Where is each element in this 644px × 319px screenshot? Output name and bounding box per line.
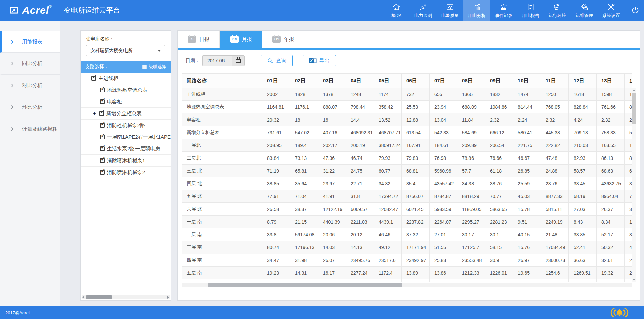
value-cell: 40.15 [513,228,541,241]
scroll-left-arrow-icon[interactable] [82,295,84,299]
tree-item[interactable]: 消防栓机械泵2路 [81,120,171,131]
nav-item-energy-report[interactable]: 用电报告 [517,0,544,21]
checkbox-checked-icon[interactable] [91,76,96,81]
scroll-up-arrow-icon[interactable] [632,88,636,92]
panel-horizontal-scrollbar[interactable] [82,295,170,299]
sidebar-item-yoy-analysis[interactable]: 同比分析 [0,53,60,75]
table-vertical-scrollbar[interactable] [632,88,636,282]
nav-item-power-monitoring[interactable]: 电力监测 [410,0,437,21]
column-header: 05日 [374,74,402,88]
table-row: 六层 北26.5838.3712122.196069.5712082.47602… [182,203,632,216]
nav-item-power-quality[interactable]: 电能质量 [437,0,463,21]
value-cell: 82.93 [569,152,597,165]
checkbox-checked-icon[interactable] [100,135,105,139]
date-input[interactable]: 2017-06 [202,55,232,66]
value-cell-clipped: 1 [625,216,632,228]
checkbox-checked-icon[interactable] [100,170,105,175]
station-select[interactable]: 安科瑞新大楼变电所 [86,45,165,56]
checkbox-checked-icon[interactable] [100,146,105,151]
calendar-button[interactable] [232,55,245,66]
value-cell: 15.78 [513,203,541,216]
tree-item[interactable]: 一层南1APE2右一层北1APE1左 [81,131,171,143]
value-cell: 78.21 [541,279,569,282]
checkbox-checked-icon[interactable] [99,111,104,116]
tree-item[interactable]: 消防喷淋机械泵2 [81,167,171,178]
value-cell: 47.48 [541,152,569,165]
tree-item[interactable]: 地源热泵空调总表 [81,84,171,96]
table-row: 二层北83.8473.1347.3646.7479.9379.8376.9878… [182,152,632,165]
nav-item-label: 用电报告 [522,13,539,19]
tab-daily[interactable]: +1d日报 [178,31,220,48]
chevron-right-icon [10,105,15,110]
tab-yearly[interactable]: +1Y年报 [262,31,304,48]
checkbox-checked-icon[interactable] [100,88,105,92]
scroll-down-arrow-icon[interactable] [632,277,636,282]
sidebar-item-label: 环比分析 [22,104,42,110]
checkbox-checked-icon[interactable] [100,99,105,104]
value-cell: 380917.24 [374,139,402,152]
tree-item[interactable]: 生活水泵2路一层弱电房 [81,143,171,155]
report-card: +1d日报+1M月报+1Y年报 日期： 2017-06 查询 X [177,30,640,301]
home-icon [392,2,401,12]
value-cell: 407.16 [318,126,346,139]
nav-item-ops-management[interactable]: 运维管理 [571,0,598,21]
value-cell: 814.44 [513,101,541,113]
nav-item-environment[interactable]: 运行环境 [544,0,571,21]
scroll-right-arrow-icon[interactable] [167,295,169,299]
power-button[interactable] [631,0,640,21]
excel-icon: X [309,57,317,64]
tree-item[interactable]: +新增分立柜总表 [81,108,171,120]
scrollbar-thumb[interactable] [208,283,402,287]
checkbox-checked-icon[interactable] [100,123,105,128]
tree-item-label: 消防喷淋机械泵1 [107,157,145,164]
table-row: 地源热泵空调总表1164.811176.1888.07798.44358.422… [182,101,632,113]
table-horizontal-scrollbar[interactable] [182,283,632,287]
value-cell: 34.32 [374,177,402,190]
nav-item-overview[interactable]: 概 况 [383,0,410,21]
value-cell: 8.79 [262,216,290,228]
column-header: 回路名称 [182,74,262,88]
tree-item[interactable]: 消防喷淋机械泵1 [81,155,171,167]
value-cell: 46.74 [346,152,374,165]
value-cell: 9.51 [513,216,541,228]
expand-icon[interactable]: + [93,110,99,117]
notification-bell-icon[interactable] [610,307,629,318]
value-cell: 32.61 [597,254,625,267]
value-cell: 22.71 [346,177,374,190]
scrollbar-thumb[interactable] [86,295,112,299]
value-cell: 189.4 [290,139,318,152]
sidebar-item-comparison-analysis[interactable]: 对比分析 [0,75,60,96]
cascade-checkbox[interactable]: 级联选择 [142,64,166,70]
brand: Acrel ® 变电所运维云平台 [9,0,120,21]
value-cell: 8756.07 [402,190,430,203]
circuit-name-cell: 三层 北 [182,165,262,177]
value-cell-clipped: 8 [625,101,632,113]
value-cell: 21.48 [541,228,569,241]
tree-item[interactable]: 电容柜 [81,96,171,108]
value-cell: 5815.11 [541,203,569,216]
nav-item-event-log[interactable]: 事件记录 [490,0,517,21]
nav-item-energy-analysis[interactable]: 用电分析 [463,0,490,21]
value-cell: 768.05 [541,101,569,113]
value-cell: 65.81 [290,165,318,177]
collapse-icon[interactable]: − [85,75,91,82]
value-cell: 23517.6 [374,254,402,267]
sidebar-item-mom-analysis[interactable]: 环比分析 [0,96,60,118]
export-button[interactable]: X 导出 [303,55,336,66]
value-cell: 23.76 [541,177,569,190]
value-cell: 15.76 [513,241,541,254]
value-cell: 16 [318,113,346,126]
nav-item-system-settings[interactable]: 系统设置 [598,0,625,21]
tree-item[interactable]: −主进线柜 [81,73,171,84]
sidebar-item-metering-line-loss[interactable]: 计量及线路损耗 [0,118,60,140]
tab-monthly[interactable]: +1M月报 [220,31,262,48]
sidebar-item-energy-report[interactable]: 用能报表 [0,31,60,53]
value-cell: 5863.65 [485,203,513,216]
scrollbar-thumb[interactable] [632,93,636,124]
value-cell: 18 [290,113,318,126]
checkbox-checked-icon[interactable] [100,158,105,163]
sidebar-item-label: 计量及线路损耗 [22,126,57,132]
value-cell: 30.1 [485,228,513,241]
value-cell: 14.31 [290,267,318,279]
query-button[interactable]: 查询 [261,55,293,66]
